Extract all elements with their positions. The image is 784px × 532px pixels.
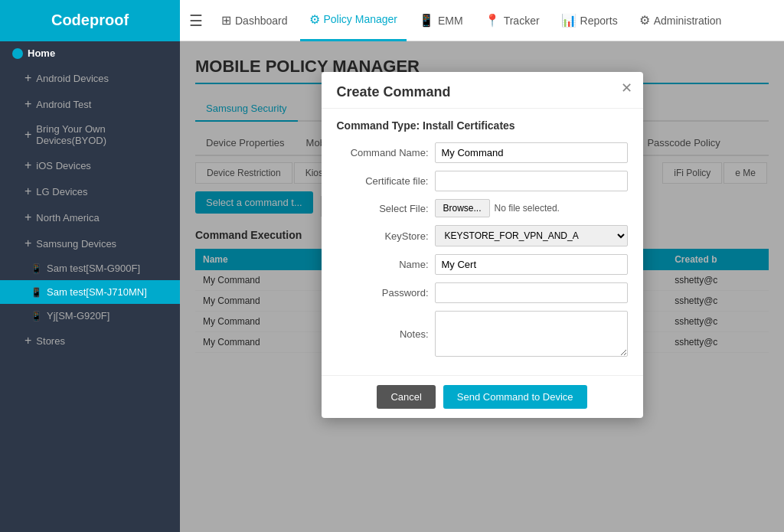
nav-administration-label: Administration	[654, 15, 722, 27]
dashboard-icon: ⊞	[221, 13, 231, 28]
form-row-certificate-file: Certificate file:	[337, 171, 628, 191]
cert-name-label: Name:	[337, 259, 429, 270]
create-command-modal: Create Command ✕ Command Type: Install C…	[322, 72, 643, 418]
sidebar-item-byod[interactable]: + Bring Your Own Devices(BYOD)	[0, 117, 180, 152]
home-circle-icon	[12, 48, 23, 59]
top-navigation: Codeproof ☰ ⊞ Dashboard ⚙ Policy Manager…	[0, 0, 784, 41]
modal-header: Create Command ✕	[322, 72, 643, 109]
logo: Codeproof	[0, 0, 180, 41]
nav-emm-label: EMM	[438, 15, 463, 27]
phone-icon: 📱	[31, 263, 42, 274]
sidebar-item-home[interactable]: Home	[0, 41, 180, 65]
hamburger-menu[interactable]: ☰	[180, 11, 212, 30]
sidebar: Home + Android Devices + Android Test + …	[0, 41, 180, 532]
modal-title: Create Command	[337, 84, 451, 100]
policy-manager-icon: ⚙	[309, 12, 320, 27]
sidebar-lg-label: LG Devices	[36, 186, 87, 197]
command-type-label: Command Type: Install Certificates	[337, 119, 628, 132]
form-row-notes: Notes:	[337, 311, 628, 357]
modal-footer: Cancel Send Command to Device	[322, 375, 643, 418]
modal-overlay: Create Command ✕ Command Type: Install C…	[180, 41, 784, 532]
nav-dashboard[interactable]: ⊞ Dashboard	[212, 0, 297, 41]
password-input[interactable]	[435, 282, 628, 303]
form-row-keystore: KeyStore: KEYSTORE_FOR_VPN_AND_A KEYSTOR…	[337, 225, 628, 246]
reports-icon: 📊	[561, 13, 577, 28]
nav-tracker-label: Tracker	[504, 15, 540, 27]
cancel-button[interactable]: Cancel	[377, 385, 435, 409]
nav-items: ⊞ Dashboard ⚙ Policy Manager 📱 EMM 📍 Tra…	[212, 0, 784, 41]
password-label: Password:	[337, 287, 429, 299]
nav-tracker[interactable]: 📍 Tracker	[475, 0, 549, 41]
plus-icon: +	[24, 334, 31, 348]
plus-icon: +	[24, 71, 31, 85]
administration-icon: ⚙	[639, 13, 650, 28]
certificate-file-label: Certificate file:	[337, 175, 429, 187]
select-file-label: Select File:	[337, 203, 429, 214]
sidebar-north-america-label: North America	[36, 212, 99, 224]
plus-icon: +	[24, 128, 31, 142]
plus-icon: +	[24, 97, 31, 111]
phone-icon: 📱	[31, 311, 42, 321]
tracker-icon: 📍	[485, 13, 500, 28]
sidebar-stores-label: Stores	[36, 335, 65, 347]
form-row-password: Password:	[337, 282, 628, 303]
form-row-cert-name: Name:	[337, 254, 628, 275]
plus-icon: +	[24, 211, 31, 224]
notes-label: Notes:	[337, 328, 429, 340]
sidebar-samsung-label: Samsung Devices	[36, 238, 116, 250]
sidebar-sam-g900f-label: Sam test[SM-G900F]	[47, 263, 140, 274]
nav-emm[interactable]: 📱 EMM	[410, 0, 472, 41]
logo-text: Codeproof	[51, 11, 129, 29]
nav-dashboard-label: Dashboard	[235, 15, 288, 27]
sidebar-item-samsung-devices[interactable]: + Samsung Devices	[0, 230, 180, 256]
no-file-text: No file selected.	[495, 203, 560, 214]
sidebar-item-lg-devices[interactable]: + LG Devices	[0, 178, 180, 204]
modal-body: Command Type: Install Certificates Comma…	[322, 109, 643, 375]
sidebar-item-stores[interactable]: + Stores	[0, 328, 180, 354]
command-name-input[interactable]	[435, 142, 628, 163]
nav-policy-manager-label: Policy Manager	[324, 13, 398, 25]
sidebar-item-sam-j710mn[interactable]: 📱 Sam test[SM-J710MN]	[0, 280, 180, 304]
nav-administration[interactable]: ⚙ Administration	[630, 0, 731, 41]
browse-button[interactable]: Browse...	[435, 199, 490, 217]
sidebar-android-devices-label: Android Devices	[36, 73, 109, 84]
sidebar-item-yj-g920f[interactable]: 📱 Yj[SM-G920F]	[0, 304, 180, 328]
plus-icon: +	[24, 158, 31, 172]
sidebar-home-label: Home	[28, 47, 55, 59]
form-row-command-name: Command Name:	[337, 142, 628, 163]
command-name-label: Command Name:	[337, 147, 429, 158]
modal-close-button[interactable]: ✕	[621, 80, 632, 96]
certificate-file-input[interactable]	[435, 171, 628, 191]
main-layout: Home + Android Devices + Android Test + …	[0, 41, 784, 532]
notes-textarea[interactable]	[435, 311, 628, 357]
nav-reports-label: Reports	[580, 15, 618, 27]
sidebar-yj-label: Yj[SM-G920F]	[47, 310, 109, 321]
nav-policy-manager[interactable]: ⚙ Policy Manager	[300, 0, 407, 41]
sidebar-sam-j710mn-label: Sam test[SM-J710MN]	[47, 286, 147, 298]
sidebar-ios-label: iOS Devices	[36, 160, 91, 171]
cert-name-input[interactable]	[435, 254, 628, 275]
form-row-select-file: Select File: Browse... No file selected.	[337, 199, 628, 217]
sidebar-item-sam-g900f[interactable]: 📱 Sam test[SM-G900F]	[0, 256, 180, 280]
sidebar-item-android-devices[interactable]: + Android Devices	[0, 65, 180, 91]
nav-reports[interactable]: 📊 Reports	[552, 0, 627, 41]
keystore-select[interactable]: KEYSTORE_FOR_VPN_AND_A KEYSTORE_WIFI KEY…	[435, 225, 628, 246]
browse-area: Browse... No file selected.	[435, 199, 560, 217]
sidebar-android-test-label: Android Test	[36, 99, 91, 110]
main-content: MOBILE POLICY MANAGER Samsung Security D…	[180, 41, 784, 532]
send-command-button[interactable]: Send Command to Device	[443, 385, 587, 409]
plus-icon: +	[24, 184, 31, 198]
sidebar-byod-label: Bring Your Own Devices(BYOD)	[36, 123, 168, 146]
sidebar-item-android-test[interactable]: + Android Test	[0, 91, 180, 117]
sidebar-item-ios-devices[interactable]: + iOS Devices	[0, 152, 180, 178]
sidebar-item-north-america[interactable]: + North America	[0, 204, 180, 230]
plus-icon: +	[24, 237, 31, 250]
keystore-label: KeyStore:	[337, 230, 429, 242]
emm-icon: 📱	[419, 13, 434, 28]
phone-active-icon: 📱	[31, 287, 42, 298]
